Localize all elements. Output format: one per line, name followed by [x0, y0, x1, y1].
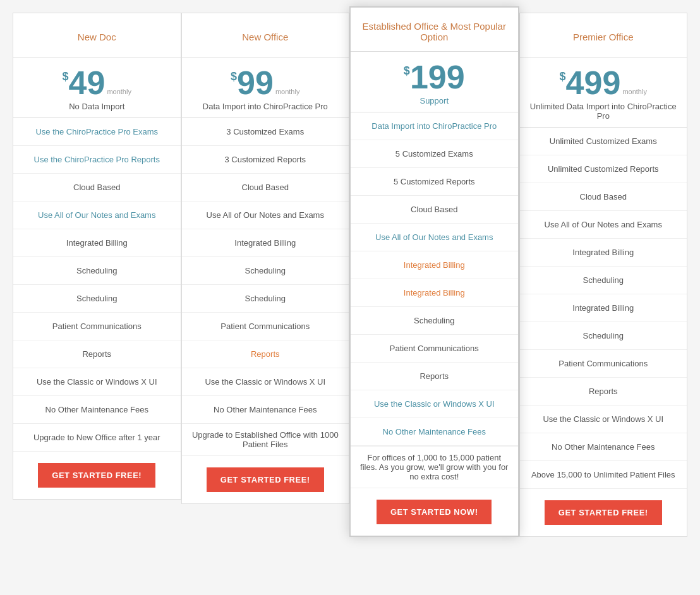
feature-established-office-3: Cloud Based [351, 196, 518, 224]
plan-card-established-office: Established Office & Most Popular Option… [349, 6, 519, 537]
feature-established-office-6: Integrated Billing [351, 279, 518, 307]
cta-button-premier-office[interactable]: GET STARTED FREE! [545, 500, 662, 525]
feature-new-doc-6: Scheduling [13, 285, 181, 313]
pricing-container: New Doc$49monthlyNo Data ImportUse the C… [13, 13, 687, 537]
plan-cta-new-office: GET STARTED FREE! [182, 456, 349, 503]
cta-button-new-office[interactable]: GET STARTED FREE! [207, 467, 324, 492]
price-amount-premier-office: 499 [566, 66, 621, 99]
price-dollar-new-office: $ [231, 70, 237, 83]
feature-new-doc-2: Cloud Based [13, 174, 181, 201]
feature-new-office-11: Upgrade to Established Office with 1000 … [182, 424, 349, 456]
feature-new-office-6: Scheduling [182, 285, 349, 313]
plan-cta-established-office: GET STARTED NOW! [351, 488, 518, 536]
price-subtitle-new-doc: No Data Import [69, 102, 124, 111]
feature-established-office-7: Scheduling [351, 307, 518, 335]
feature-new-doc-9: Use the Classic or Windows X UI [13, 368, 181, 396]
price-row-new-office: $99monthly [231, 66, 299, 99]
feature-premier-office-2: Cloud Based [520, 183, 687, 211]
feature-new-office-4: Integrated Billing [182, 229, 349, 257]
price-monthly-new-office: monthly [275, 88, 300, 95]
feature-new-doc-5: Scheduling [13, 257, 181, 285]
feature-premier-office-6: Integrated Billing [520, 294, 687, 322]
feature-established-office-5: Integrated Billing [351, 251, 518, 279]
price-amount-established-office: 199 [410, 61, 465, 93]
plan-price-block-premier-office: $499monthlyUnlimited Data Import into Ch… [520, 57, 687, 128]
feature-established-office-1: 5 Customized Exams [351, 140, 518, 168]
feature-new-doc-3: Use All of Our Notes and Exams [13, 201, 181, 229]
plan-footer-note-established-office: For offices of 1,000 to 15,000 patient f… [351, 446, 518, 488]
plan-name-new-office: New Office [182, 13, 349, 57]
feature-new-office-0: 3 Customized Exams [182, 118, 349, 146]
price-row-premier-office: $499monthly [560, 66, 647, 99]
feature-new-office-8: Reports [182, 340, 349, 368]
feature-premier-office-9: Reports [520, 378, 687, 406]
price-monthly-premier-office: monthly [622, 88, 647, 95]
feature-premier-office-4: Integrated Billing [520, 239, 687, 267]
feature-established-office-8: Patient Communications [351, 335, 518, 363]
feature-new-doc-4: Integrated Billing [13, 229, 181, 257]
feature-premier-office-3: Use All of Our Notes and Exams [520, 211, 687, 239]
feature-new-office-2: Cloud Based [182, 174, 349, 201]
feature-new-office-7: Patient Communications [182, 313, 349, 340]
price-subtitle-established-office: Support [419, 96, 449, 105]
plan-cta-new-doc: GET STARTED FREE! [13, 452, 181, 499]
feature-new-office-1: 3 Customized Reports [182, 146, 349, 174]
feature-premier-office-5: Scheduling [520, 267, 687, 294]
price-row-established-office: $199 [404, 61, 465, 93]
feature-new-doc-1: Use the ChiroPractice Pro Reports [13, 146, 181, 174]
plan-price-block-established-office: $199Support [351, 52, 518, 112]
feature-premier-office-10: Use the Classic or Windows X UI [520, 406, 687, 433]
price-dollar-new-doc: $ [63, 70, 69, 83]
plan-card-new-doc: New Doc$49monthlyNo Data ImportUse the C… [13, 13, 181, 500]
price-row-new-doc: $49monthly [63, 66, 131, 99]
plan-card-premier-office: Premier Office$499monthlyUnlimited Data … [519, 13, 688, 537]
price-amount-new-doc: 49 [69, 66, 106, 99]
price-monthly-new-doc: monthly [107, 88, 131, 95]
feature-established-office-2: 5 Customized Reports [351, 168, 518, 196]
feature-premier-office-0: Unlimited Customized Exams [520, 128, 687, 155]
feature-premier-office-1: Unlimited Customized Reports [520, 155, 687, 183]
feature-new-doc-11: Upgrade to New Office after 1 year [13, 424, 181, 452]
feature-new-doc-7: Patient Communications [13, 313, 181, 340]
feature-established-office-4: Use All of Our Notes and Exams [351, 224, 518, 251]
cta-button-established-office[interactable]: GET STARTED NOW! [377, 500, 492, 524]
feature-premier-office-8: Patient Communications [520, 350, 687, 378]
price-subtitle-premier-office: Unlimited Data Import into ChiroPractice… [526, 102, 681, 121]
feature-new-office-3: Use All of Our Notes and Exams [182, 201, 349, 229]
feature-new-doc-8: Reports [13, 340, 181, 368]
feature-established-office-9: Reports [351, 363, 518, 390]
plan-name-premier-office: Premier Office [520, 13, 687, 57]
feature-new-office-5: Scheduling [182, 257, 349, 285]
feature-premier-office-7: Scheduling [520, 322, 687, 350]
plan-price-block-new-office: $99monthlyData Import into ChiroPractice… [182, 57, 349, 118]
price-dollar-premier-office: $ [560, 70, 566, 83]
feature-established-office-11: No Other Maintenance Fees [351, 418, 518, 446]
feature-new-office-9: Use the Classic or Windows X UI [182, 368, 349, 396]
plan-name-established-office: Established Office & Most Popular Option [351, 8, 518, 52]
price-dollar-established-office: $ [404, 64, 410, 78]
plan-card-new-office: New Office$99monthlyData Import into Chi… [181, 13, 350, 504]
price-amount-new-office: 99 [237, 66, 274, 99]
cta-button-new-doc[interactable]: GET STARTED FREE! [38, 463, 155, 488]
plan-price-block-new-doc: $49monthlyNo Data Import [13, 57, 181, 118]
feature-new-office-10: No Other Maintenance Fees [182, 396, 349, 424]
feature-premier-office-12: Above 15,000 to Unlimited Patient Files [520, 461, 687, 489]
plan-cta-premier-office: GET STARTED FREE! [520, 489, 687, 536]
price-subtitle-new-office: Data Import into ChiroPractice Pro [203, 102, 328, 111]
plan-name-new-doc: New Doc [13, 13, 181, 57]
feature-new-doc-10: No Other Maintenance Fees [13, 396, 181, 424]
feature-established-office-0: Data Import into ChiroPractice Pro [351, 112, 518, 140]
feature-established-office-10: Use the Classic or Windows X UI [351, 390, 518, 418]
feature-new-doc-0: Use the ChiroPractice Pro Exams [13, 118, 181, 146]
feature-premier-office-11: No Other Maintenance Fees [520, 433, 687, 461]
